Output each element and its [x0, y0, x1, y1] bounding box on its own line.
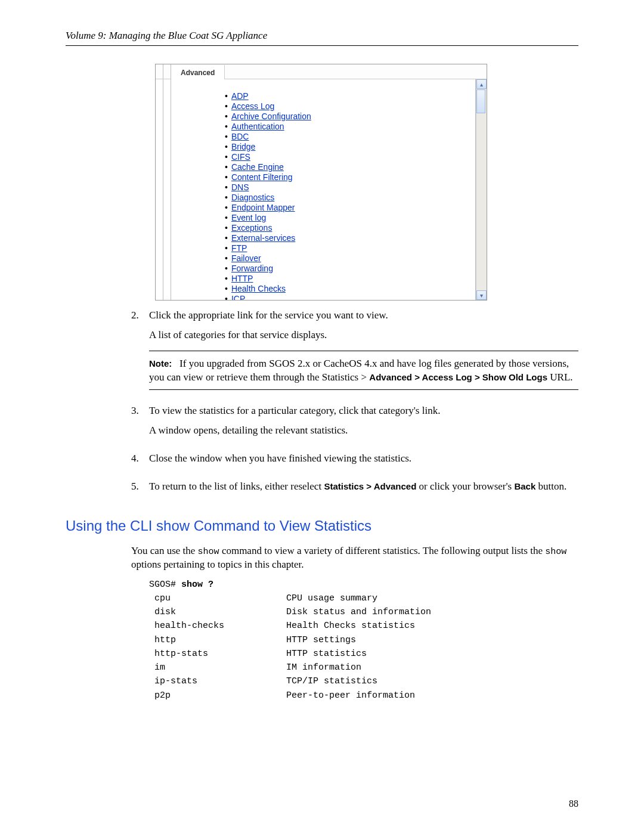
vertical-scrollbar[interactable]: ▴ ▾ — [476, 79, 487, 300]
advanced-link-item: Authentication — [225, 122, 469, 132]
advanced-link-item: Archive Configuration — [225, 112, 469, 122]
step-5: 5. To return to the list of links, eithe… — [131, 480, 578, 500]
advanced-link[interactable]: HTTP — [231, 274, 253, 283]
cli-description: Disk status and information — [286, 605, 578, 619]
step-3: 3. To view the statistics for a particul… — [131, 404, 578, 444]
cli-option: cpu — [149, 592, 286, 605]
cli-description: HTTP statistics — [286, 647, 578, 661]
advanced-link[interactable]: BDC — [231, 132, 249, 141]
menu-path: Statistics > Advanced — [324, 481, 416, 491]
header-rule — [66, 45, 578, 46]
step-number: 5. — [131, 480, 149, 500]
advanced-link-item: Endpoint Mapper — [225, 203, 469, 213]
inline-code: show — [545, 547, 566, 557]
cli-description: HTTP settings — [286, 633, 578, 647]
advanced-panel: Advanced ADPAccess LogArchive Configurat… — [155, 64, 487, 301]
note-text: URL. — [547, 371, 573, 383]
scroll-thumb[interactable] — [476, 89, 485, 113]
advanced-link-item: Cache Engine — [225, 162, 469, 172]
advanced-link-item: Content Filtering — [225, 172, 469, 182]
advanced-link-item: Event log — [225, 213, 469, 223]
advanced-link[interactable]: Access Log — [231, 101, 274, 111]
page-number: 88 — [569, 798, 578, 809]
advanced-link-item: ADP — [225, 91, 469, 101]
advanced-link-item: Exceptions — [225, 223, 469, 233]
step-number: 2. — [131, 309, 149, 396]
advanced-link[interactable]: Event log — [231, 213, 266, 222]
cli-option: http — [149, 633, 286, 647]
advanced-link-item: External-services — [225, 233, 469, 243]
scroll-down-button[interactable]: ▾ — [476, 290, 487, 300]
advanced-link[interactable]: Archive Configuration — [231, 112, 311, 121]
cli-description: CPU usage summary — [286, 592, 578, 605]
cli-row: httpHTTP settings — [149, 633, 578, 647]
advanced-link[interactable]: Forwarding — [231, 264, 273, 273]
cli-description: TCP/IP statistics — [286, 674, 578, 688]
button-name: Back — [514, 481, 535, 491]
step-text: A list of categories for that service di… — [149, 329, 578, 342]
cli-option: p2p — [149, 689, 286, 702]
cli-row: diskDisk status and information — [149, 605, 578, 619]
advanced-link-item: Health Checks — [225, 284, 469, 294]
intro-text: command to view a variety of different s… — [219, 545, 546, 556]
inline-code: show — [198, 547, 219, 557]
tab-advanced[interactable]: Advanced — [171, 65, 225, 79]
advanced-link-item: DNS — [225, 182, 469, 193]
step-2: 2. Click the appropriate link for the se… — [131, 309, 578, 396]
advanced-link[interactable]: Cache Engine — [231, 162, 284, 172]
advanced-link[interactable]: Content Filtering — [231, 172, 293, 182]
advanced-link-item: Diagnostics — [225, 193, 469, 203]
advanced-link-item: Bridge — [225, 142, 469, 152]
link-pane: ADPAccess LogArchive ConfigurationAuthen… — [171, 79, 476, 300]
note-label: Note: — [149, 358, 172, 368]
advanced-link-item: ICP — [225, 294, 469, 300]
step-text: A window opens, detailing the relevant s… — [149, 424, 578, 438]
advanced-link[interactable]: Bridge — [231, 142, 255, 151]
advanced-link-item: BDC — [225, 132, 469, 142]
step-text: To return to the list of links, either r… — [149, 481, 324, 492]
cli-option: http-stats — [149, 647, 286, 661]
scroll-up-button[interactable]: ▴ — [476, 79, 487, 89]
advanced-link[interactable]: Endpoint Mapper — [231, 203, 295, 212]
intro-text: You can use the — [131, 545, 198, 556]
advanced-link-list: ADPAccess LogArchive ConfigurationAuthen… — [225, 91, 469, 300]
section-heading: Using the CLI show Command to View Stati… — [66, 518, 578, 534]
cli-row: ip-statsTCP/IP statistics — [149, 674, 578, 688]
cli-row: health-checksHealth Checks statistics — [149, 619, 578, 633]
advanced-link[interactable]: Diagnostics — [231, 193, 274, 202]
cli-row: imIM information — [149, 661, 578, 674]
advanced-link-item: FTP — [225, 243, 469, 253]
advanced-link-item: Access Log — [225, 101, 469, 112]
cli-option: health-checks — [149, 619, 286, 633]
advanced-link[interactable]: Health Checks — [231, 284, 286, 293]
gutter — [163, 64, 171, 79]
step-text: Click the appropriate link for the servi… — [149, 309, 578, 323]
advanced-link[interactable]: Exceptions — [231, 223, 272, 233]
cli-option: ip-stats — [149, 674, 286, 688]
cli-option: im — [149, 661, 286, 674]
cli-prompt: SGOS# show ? — [149, 578, 578, 592]
advanced-link[interactable]: Authentication — [231, 122, 284, 131]
advanced-link-item: Failover — [225, 253, 469, 264]
advanced-link[interactable]: ICP — [231, 294, 245, 300]
advanced-link[interactable]: Failover — [231, 253, 261, 263]
step-text: or click your browser's — [416, 481, 514, 492]
advanced-link[interactable]: External-services — [231, 233, 295, 243]
advanced-link[interactable]: ADP — [231, 91, 249, 101]
running-head: Volume 9: Managing the Blue Coat SG Appl… — [66, 30, 578, 42]
advanced-link[interactable]: DNS — [231, 182, 249, 192]
gutter — [156, 64, 163, 79]
cli-output: SGOS# show ? cpuCPU usage summary diskDi… — [149, 578, 578, 702]
step-number: 4. — [131, 452, 149, 472]
advanced-link[interactable]: FTP — [231, 243, 247, 253]
step-number: 3. — [131, 404, 149, 444]
section-intro: You can use the show command to view a v… — [131, 544, 578, 572]
gutter — [163, 79, 171, 300]
note-box: Note: If you upgraded from SGOS 2.x or C… — [149, 351, 578, 390]
step-text: Close the window when you have finished … — [149, 452, 578, 466]
advanced-link[interactable]: CIFS — [231, 152, 250, 162]
cli-description: Peer-to-peer information — [286, 689, 578, 702]
step-text: To view the statistics for a particular … — [149, 404, 578, 418]
cli-description: Health Checks statistics — [286, 619, 578, 633]
cli-row: cpuCPU usage summary — [149, 592, 578, 605]
